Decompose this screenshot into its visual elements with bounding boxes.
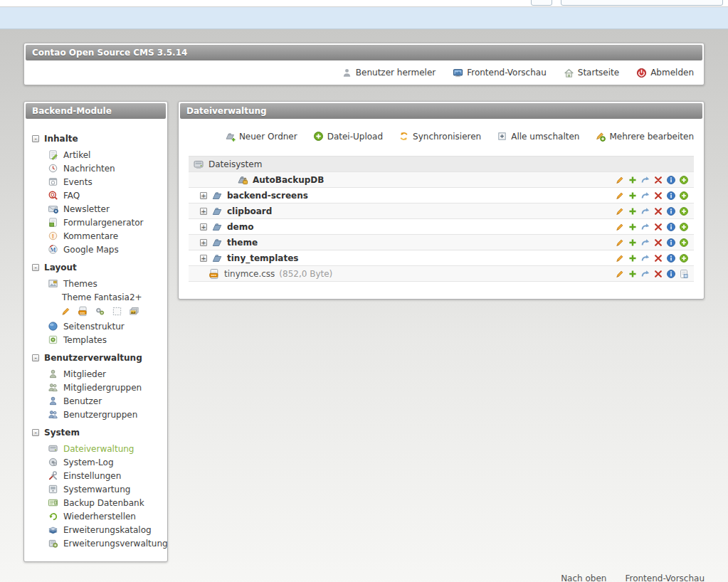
back-to-top-link[interactable]: Nach oben — [561, 573, 606, 582]
paste-into-icon[interactable] — [679, 175, 689, 185]
sidebar-item-backup-datenbank[interactable]: Backup Datenbank — [30, 496, 162, 509]
move-icon[interactable] — [640, 238, 650, 248]
collapse-icon[interactable]: - — [32, 354, 39, 361]
sidebar-item-kommentare[interactable]: !Kommentare — [30, 229, 162, 243]
expand-icon[interactable]: + — [200, 208, 207, 215]
image-sizes-icon[interactable] — [129, 306, 139, 317]
move-icon[interactable] — [640, 253, 650, 263]
move-icon[interactable] — [640, 175, 650, 185]
toolbar-datei-upload[interactable]: Datei-Upload — [313, 131, 383, 142]
info-icon[interactable] — [666, 222, 676, 232]
sidebar-item-events[interactable]: Events — [30, 175, 162, 189]
section-header-system[interactable]: -System — [32, 428, 162, 438]
gears-icon[interactable] — [95, 306, 105, 317]
sidebar-item-benutzer[interactable]: Benutzer — [30, 394, 162, 408]
sidebar-item-mitglieder[interactable]: Mitglieder — [30, 367, 162, 381]
sidebar-item-seitenstruktur[interactable]: Seitenstruktur — [30, 319, 162, 333]
collapse-icon[interactable]: - — [32, 135, 39, 142]
sidebar-item-templates[interactable]: Templates — [30, 333, 162, 346]
delete-icon[interactable] — [653, 175, 663, 185]
sidebar-item-nachrichten[interactable]: Nachrichten — [30, 162, 162, 175]
menu-item-benutzer-hermeler[interactable]: Benutzer hermeler — [342, 68, 436, 78]
sidebar-item-benutzergruppen[interactable]: Benutzergruppen — [30, 408, 162, 421]
folder-name[interactable]: tiny_templates — [227, 253, 298, 263]
sidebar-item-erweiterungsverwaltung[interactable]: Erweiterungsverwaltung — [30, 536, 162, 550]
move-icon[interactable] — [640, 222, 650, 232]
sidebar-item-formulargenerator[interactable]: Formulargenerator — [30, 216, 162, 229]
sidebar-item-mitgliedergruppen[interactable]: Mitgliedergruppen — [30, 381, 162, 394]
move-icon[interactable] — [640, 191, 650, 201]
expand-icon[interactable]: + — [200, 239, 207, 246]
source-edit-icon[interactable] — [679, 269, 689, 279]
collapse-icon[interactable]: - — [32, 429, 39, 436]
pencil-icon[interactable] — [615, 175, 625, 185]
paste-into-icon[interactable] — [679, 222, 689, 232]
toolbar-mehrere-bearbeiten[interactable]: Mehrere bearbeiten — [595, 131, 694, 142]
pencil-icon[interactable] — [615, 269, 625, 279]
pencil-icon[interactable] — [615, 253, 625, 263]
sidebar-item-newsletter[interactable]: Newsletter — [30, 202, 162, 216]
info-icon[interactable] — [666, 269, 676, 279]
plus-icon[interactable] — [628, 269, 638, 279]
plus-icon[interactable] — [628, 238, 638, 248]
expand-icon[interactable]: + — [200, 192, 207, 199]
section-header-inhalte[interactable]: -Inhalte — [32, 134, 162, 144]
pencil-icon[interactable] — [615, 206, 625, 216]
plus-icon[interactable] — [628, 191, 638, 201]
plus-icon[interactable] — [628, 222, 638, 232]
sidebar-item-themes[interactable]: Themes — [30, 277, 162, 290]
delete-icon[interactable] — [653, 269, 663, 279]
plus-icon[interactable] — [628, 175, 638, 185]
plus-icon[interactable] — [628, 206, 638, 216]
section-header-benutzerverwaltung[interactable]: -Benutzerverwaltung — [32, 353, 162, 363]
expand-icon[interactable]: + — [200, 255, 207, 262]
paste-into-icon[interactable] — [679, 253, 689, 263]
sidebar-item-dateiverwaltung[interactable]: Dateiverwaltung — [30, 442, 162, 455]
sidebar-item-systemwartung[interactable]: Systemwartung — [30, 482, 162, 496]
sidebar-item-einstellungen[interactable]: Einstellungen — [30, 469, 162, 482]
sidebar-item-system-log[interactable]: System-Log — [30, 455, 162, 469]
paste-into-icon[interactable] — [679, 191, 689, 201]
info-icon[interactable] — [666, 238, 676, 248]
paste-into-icon[interactable] — [679, 238, 689, 248]
move-icon[interactable] — [640, 206, 650, 216]
toolbar-synchronisieren[interactable]: Synchronisieren — [399, 131, 481, 142]
toolbar-neuer-ordner[interactable]: Neuer Ordner — [225, 131, 297, 142]
sidebar-item-google-maps[interactable]: MGoogle Maps — [30, 243, 162, 256]
pencil-icon[interactable] — [615, 191, 625, 201]
menu-item-abmelden[interactable]: Abmelden — [636, 68, 694, 78]
sidebar-item-faq[interactable]: QFAQ — [30, 189, 162, 202]
delete-icon[interactable] — [653, 253, 663, 263]
delete-icon[interactable] — [653, 238, 663, 248]
frontend-preview-link[interactable]: Frontend-Vorschau — [625, 573, 705, 582]
collapse-icon[interactable]: - — [32, 264, 39, 271]
menu-item-frontend-vorschau[interactable]: Frontend-Vorschau — [453, 68, 547, 78]
info-icon[interactable] — [666, 191, 676, 201]
delete-icon[interactable] — [653, 191, 663, 201]
pencil-icon[interactable] — [615, 238, 625, 248]
sidebar-item-erweiterungskatalog[interactable]: Erweiterungskatalog — [30, 523, 162, 536]
sidebar-item-wiederherstellen[interactable]: Wiederherstellen — [30, 509, 162, 523]
folder-name[interactable]: clipboard — [227, 206, 272, 216]
folder-name[interactable]: backend-screens — [227, 191, 308, 201]
delete-icon[interactable] — [653, 222, 663, 232]
info-icon[interactable] — [666, 175, 676, 185]
delete-icon[interactable] — [653, 206, 663, 216]
folder-name[interactable]: demo — [227, 222, 253, 232]
plus-icon[interactable] — [628, 253, 638, 263]
info-icon[interactable] — [666, 206, 676, 216]
menu-item-startseite[interactable]: Startseite — [564, 68, 619, 78]
folder-name[interactable]: theme — [227, 238, 258, 248]
modules-icon[interactable] — [112, 306, 122, 317]
folder-name[interactable]: AutoBackupDB — [253, 175, 324, 185]
info-icon[interactable] — [666, 253, 676, 263]
toolbar-alle-umschalten[interactable]: Alle umschalten — [497, 131, 579, 142]
paste-into-icon[interactable] — [679, 206, 689, 216]
move-icon[interactable] — [640, 269, 650, 279]
sidebar-item-artikel[interactable]: Artikel — [30, 148, 162, 162]
expand-icon[interactable]: + — [200, 223, 207, 231]
section-header-layout[interactable]: -Layout — [32, 263, 162, 273]
pencil-icon[interactable] — [615, 222, 625, 232]
file-name[interactable]: tinymce.css — [224, 269, 275, 279]
pencil-icon[interactable] — [60, 306, 71, 317]
